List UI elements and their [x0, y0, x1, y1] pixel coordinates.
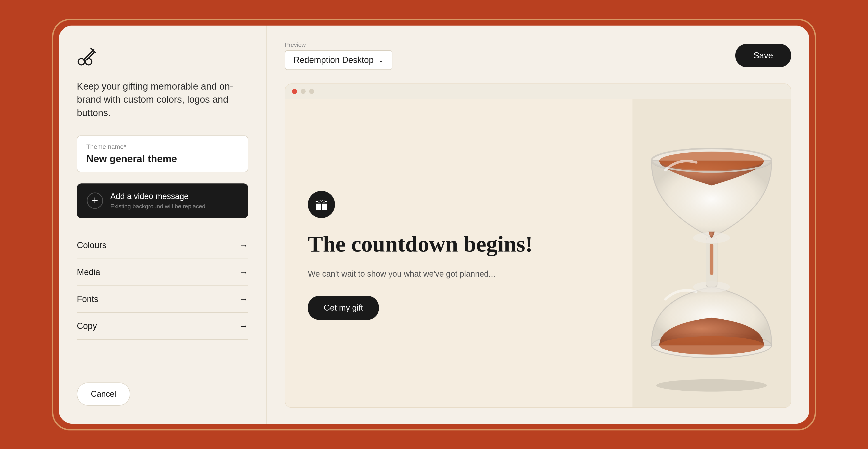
- svg-point-12: [659, 336, 764, 355]
- tagline: Keep your gifting memorable and on-brand…: [77, 80, 248, 120]
- video-message-main-label: Add a video message: [110, 191, 206, 201]
- dropdown-arrow-icon: ⌄: [378, 56, 384, 64]
- preview-label: Preview: [285, 41, 393, 49]
- browser-bar: [285, 84, 791, 99]
- cancel-button[interactable]: Cancel: [77, 383, 130, 406]
- nav-item-media-label: Media: [77, 267, 100, 277]
- svg-rect-7: [321, 201, 322, 211]
- preview-image-area: [632, 99, 791, 407]
- nav-arrow-colours: →: [239, 240, 248, 250]
- nav-item-copy-label: Copy: [77, 321, 97, 331]
- svg-point-1: [86, 59, 92, 65]
- preview-dropdown[interactable]: Redemption Desktop ⌄: [285, 50, 393, 70]
- nav-arrow-media: →: [239, 267, 248, 277]
- svg-rect-14: [710, 244, 713, 275]
- right-panel: Preview Redemption Desktop ⌄ Save: [267, 26, 809, 424]
- preview-text-area: The countdown begins! We can't wait to s…: [285, 99, 632, 407]
- nav-arrow-copy: →: [239, 321, 248, 331]
- video-message-sub-label: Existing background will be replaced: [110, 203, 206, 210]
- browser-dot-green: [309, 89, 314, 94]
- preview-content: The countdown begins! We can't wait to s…: [285, 99, 791, 407]
- nav-item-colours[interactable]: Colours →: [77, 232, 248, 259]
- nav-item-media[interactable]: Media →: [77, 259, 248, 286]
- preview-card: The countdown begins! We can't wait to s…: [285, 84, 791, 408]
- theme-name-field[interactable]: Theme name* New general theme: [77, 136, 248, 172]
- left-panel: Keep your gifting memorable and on-brand…: [59, 26, 267, 424]
- plus-circle-icon: +: [87, 192, 103, 209]
- svg-rect-8: [315, 202, 327, 204]
- modal: Keep your gifting memorable and on-brand…: [59, 26, 809, 424]
- hourglass-illustration: [632, 99, 791, 407]
- outer-border: Keep your gifting memorable and on-brand…: [52, 19, 816, 430]
- nav-arrow-fonts: →: [239, 294, 248, 304]
- get-gift-button[interactable]: Get my gift: [308, 296, 379, 320]
- nav-item-colours-label: Colours: [77, 240, 106, 250]
- preview-dropdown-text: Redemption Desktop: [293, 55, 374, 65]
- brand-icon: [77, 46, 97, 66]
- nav-item-fonts-label: Fonts: [77, 294, 98, 304]
- nav-items: Colours → Media → Fonts → Copy →: [77, 232, 248, 373]
- svg-point-9: [656, 379, 767, 391]
- svg-point-17: [659, 152, 764, 170]
- nav-item-copy[interactable]: Copy →: [77, 313, 248, 340]
- gift-icon-circle: [308, 191, 335, 218]
- preview-selector: Preview Redemption Desktop ⌄: [285, 41, 393, 70]
- theme-name-value: New general theme: [86, 153, 177, 164]
- preview-headline: The countdown begins!: [308, 232, 610, 257]
- add-video-message-button[interactable]: + Add a video message Existing backgroun…: [77, 183, 248, 218]
- preview-subtext: We can't wait to show you what we've got…: [308, 268, 610, 280]
- browser-dot-yellow: [301, 89, 306, 94]
- theme-name-label: Theme name*: [86, 143, 239, 150]
- save-button[interactable]: Save: [735, 44, 791, 67]
- browser-dot-red: [292, 89, 297, 94]
- right-header: Preview Redemption Desktop ⌄ Save: [285, 41, 791, 70]
- nav-item-fonts[interactable]: Fonts →: [77, 286, 248, 313]
